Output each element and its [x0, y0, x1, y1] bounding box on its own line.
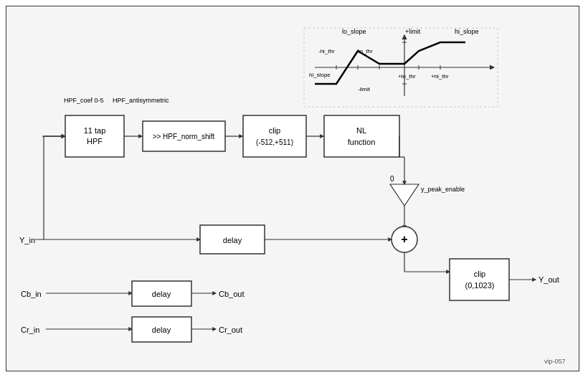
plus-hi-thr-label: +hi_thr — [431, 73, 449, 80]
delay-y-label: delay — [223, 236, 242, 244]
clip1-label-line2: (-512,+511) — [256, 138, 293, 146]
crout-label: Cr_out — [219, 326, 242, 334]
neg-limit-label: -limit — [358, 86, 371, 92]
mux-triangle — [390, 184, 419, 206]
hpf-label-line2: HPF — [87, 137, 103, 146]
lo-slope-label: lo_slope — [342, 28, 366, 35]
clip1-block — [243, 115, 306, 157]
hpf-block — [65, 115, 124, 157]
hpf-coef-label: HPF_coef 0-5 — [64, 97, 104, 104]
vip-label: vip-057 — [544, 358, 566, 365]
plus-lo-thr-label: +lo_thr — [398, 73, 416, 80]
clip2-block — [450, 259, 509, 300]
neg-lo-thr-label: -lo_thr — [356, 48, 373, 54]
block-diagram: lo_slope +limit hi_slope -hi_thr -lo_thr… — [6, 6, 580, 372]
clip2-label-line1: clip — [474, 270, 486, 278]
hpf-antisymmetric-label: HPF_antisymmetric — [113, 97, 169, 104]
y-peak-enable-label: y_peak_enable — [421, 186, 465, 193]
hi-slope-label: hi_slope — [455, 28, 479, 35]
yout-label: Y_out — [539, 275, 559, 284]
nl-label-line2: function — [348, 138, 376, 146]
clip1-label-line1: clip — [269, 126, 281, 135]
delay-cb-label: delay — [152, 290, 171, 298]
neg-hi-thr-label: -hi_thr — [318, 48, 335, 54]
hpf-label-line1: 11 tap — [84, 126, 106, 135]
cbin-label: Cb_in — [21, 290, 42, 298]
yin-label: Y_in — [19, 236, 35, 244]
plus-limit-label: +limit — [405, 28, 421, 35]
crin-label: Cr_in — [21, 326, 39, 334]
cbout-label: Cb_out — [219, 290, 244, 298]
delay-cr-label: delay — [152, 326, 171, 334]
zero-label: 0 — [390, 175, 394, 183]
hi-slope-bottom-label: hi_slope — [309, 72, 331, 78]
nl-label-line1: NL — [356, 126, 366, 135]
clip2-label-line2: (0,1023) — [465, 281, 495, 290]
shift-label: >> HPF_norm_shift — [153, 133, 215, 141]
adder-plus: + — [401, 233, 407, 245]
nl-block — [324, 115, 399, 157]
diagram-border: lo_slope +limit hi_slope -hi_thr -lo_thr… — [6, 6, 579, 371]
